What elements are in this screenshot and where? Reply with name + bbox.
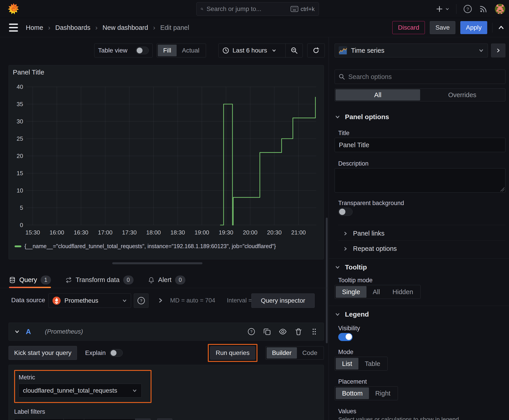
panel-preview: Panel Title 051015202530354015:3016:0016… bbox=[8, 65, 324, 259]
resize-corner[interactable] bbox=[500, 187, 504, 191]
svg-text:21:00: 21:00 bbox=[291, 229, 306, 236]
section-repeat-options[interactable]: Repeat options bbox=[343, 245, 397, 252]
tab-transform-data[interactable]: Transform data 0 bbox=[65, 272, 134, 288]
chevron-down-icon bbox=[272, 48, 276, 53]
query-inspector-button[interactable]: Query inspector bbox=[251, 293, 315, 308]
tooltip-hidden-option[interactable]: Hidden bbox=[386, 286, 419, 298]
metric-select[interactable]: cloudflared_tunnel_total_requests bbox=[19, 384, 142, 398]
fill-option[interactable]: Fill bbox=[158, 45, 177, 56]
user-avatar[interactable] bbox=[495, 4, 505, 14]
search-shortcut: ctrl+k bbox=[291, 6, 315, 13]
section-tooltip[interactable]: Tooltip bbox=[335, 263, 367, 271]
add-filter-button[interactable] bbox=[157, 419, 172, 420]
svg-text:5: 5 bbox=[20, 204, 23, 211]
breadcrumb-home[interactable]: Home bbox=[26, 24, 43, 31]
question-circle-icon: ? bbox=[137, 296, 145, 305]
section-panel-options[interactable]: Panel options bbox=[335, 113, 389, 121]
menu-toggle-button[interactable] bbox=[9, 23, 18, 32]
chevron-down-icon bbox=[335, 264, 341, 270]
tooltip-single-option[interactable]: Single bbox=[336, 286, 366, 298]
svg-text:20:30: 20:30 bbox=[267, 229, 282, 236]
code-option[interactable]: Code bbox=[297, 347, 323, 359]
news-button[interactable] bbox=[479, 5, 488, 14]
chevron-right-icon[interactable] bbox=[157, 297, 164, 304]
chevron-down-icon bbox=[132, 388, 137, 393]
zoom-out-icon bbox=[290, 47, 298, 54]
legend-placement-label: Placement bbox=[338, 378, 367, 385]
tab-overrides[interactable]: Overrides bbox=[420, 89, 505, 100]
refresh-button[interactable] bbox=[307, 44, 325, 57]
operator-dropdown[interactable]: = bbox=[64, 419, 84, 420]
datasource-picker[interactable]: Prometheus bbox=[48, 293, 131, 308]
save-button[interactable]: Save bbox=[430, 21, 455, 34]
panel-options-sidebar: Time series All bbox=[328, 37, 509, 420]
legend-series-label[interactable]: {__name__="cloudflared_tunnel_total_requ… bbox=[24, 243, 276, 249]
section-panel-links[interactable]: Panel links bbox=[343, 230, 384, 237]
time-range-button[interactable]: Last 6 hours bbox=[219, 47, 285, 54]
breadcrumb-dashboards[interactable]: Dashboards bbox=[55, 24, 90, 31]
visibility-label: Visibility bbox=[338, 325, 360, 332]
options-search-input[interactable] bbox=[348, 73, 501, 81]
zoom-out-button[interactable] bbox=[285, 44, 303, 57]
query-ref-id: A bbox=[26, 328, 31, 336]
new-item-button[interactable] bbox=[436, 5, 449, 13]
transparent-bg-toggle[interactable] bbox=[338, 208, 353, 216]
tooltip-all-option[interactable]: All bbox=[366, 286, 386, 298]
legend-table-option[interactable]: Table bbox=[358, 358, 387, 369]
tooltip-mode-label: Tooltip mode bbox=[338, 277, 372, 284]
pane-resize-handle[interactable] bbox=[112, 262, 202, 264]
legend-values-label: Values bbox=[338, 408, 356, 415]
tab-query[interactable]: Query 1 bbox=[9, 272, 51, 288]
apply-button[interactable]: Apply bbox=[460, 21, 487, 34]
placement-right-option[interactable]: Right bbox=[369, 388, 397, 399]
discard-button[interactable]: Discard bbox=[392, 21, 425, 34]
chevron-down-icon[interactable] bbox=[14, 329, 20, 335]
chevron-up-icon bbox=[497, 24, 505, 31]
placement-bottom-option[interactable]: Bottom bbox=[336, 388, 369, 399]
breadcrumb-bar: Home › Dashboards › New dashboard › Edit… bbox=[0, 18, 509, 37]
legend-placement-switch: Bottom Right bbox=[335, 386, 398, 400]
delete-query-trash-icon[interactable] bbox=[295, 328, 303, 336]
actual-option[interactable]: Actual bbox=[177, 45, 205, 56]
prometheus-icon bbox=[52, 296, 61, 305]
builder-option[interactable]: Builder bbox=[267, 347, 297, 359]
description-textarea[interactable] bbox=[335, 168, 505, 193]
kick-start-query-button[interactable]: Kick start your query bbox=[8, 346, 77, 360]
datasource-help-button[interactable]: ? bbox=[134, 293, 149, 308]
viz-suggestions-button[interactable] bbox=[491, 44, 505, 57]
tab-alert[interactable]: Alert 0 bbox=[148, 272, 186, 288]
chart-legend: {__name__="cloudflared_tunnel_total_requ… bbox=[15, 243, 276, 249]
collapse-options-button[interactable] bbox=[497, 24, 505, 31]
legend-visibility-toggle[interactable] bbox=[338, 333, 353, 341]
panel-view-toolbar: Table view Fill Actual Last 6 hours bbox=[0, 44, 325, 57]
run-queries-button[interactable]: Run queries bbox=[210, 346, 255, 360]
remove-filter-button[interactable] bbox=[135, 419, 151, 420]
query-row-header[interactable]: A (Prometheus) ? bbox=[8, 323, 324, 341]
hide-response-eye-icon[interactable] bbox=[279, 328, 287, 336]
legend-list-option[interactable]: List bbox=[336, 358, 358, 369]
global-search-input[interactable] bbox=[206, 5, 288, 13]
panel-title-input[interactable]: Panel Title bbox=[335, 138, 505, 152]
transform-icon bbox=[65, 277, 72, 283]
label-filters-label: Label filters bbox=[14, 408, 318, 415]
select-label-dropdown[interactable]: Select label bbox=[14, 419, 64, 420]
explain-toggle[interactable] bbox=[110, 349, 123, 357]
drag-handle-grip-icon[interactable] bbox=[310, 328, 318, 336]
table-view-toggle[interactable] bbox=[136, 47, 149, 54]
visualization-picker[interactable]: Time series bbox=[335, 44, 488, 57]
breadcrumb-new-dashboard[interactable]: New dashboard bbox=[103, 24, 148, 31]
duplicate-query-icon[interactable] bbox=[263, 328, 271, 336]
chevron-down-icon bbox=[445, 7, 449, 11]
metric-label: Metric bbox=[19, 374, 142, 381]
svg-text:?: ? bbox=[140, 298, 142, 303]
tab-all[interactable]: All bbox=[335, 89, 420, 100]
query-help-icon[interactable]: ? bbox=[247, 328, 255, 336]
help-button[interactable]: ? bbox=[463, 5, 472, 14]
select-value-dropdown[interactable]: Select value bbox=[84, 419, 135, 420]
section-legend[interactable]: Legend bbox=[335, 310, 369, 318]
grafana-logo-icon[interactable] bbox=[7, 3, 20, 15]
svg-text:17:30: 17:30 bbox=[122, 229, 137, 236]
top-nav: ctrl+k ? bbox=[0, 0, 509, 18]
svg-text:?: ? bbox=[250, 330, 252, 334]
visualization-row: Time series bbox=[335, 44, 505, 57]
